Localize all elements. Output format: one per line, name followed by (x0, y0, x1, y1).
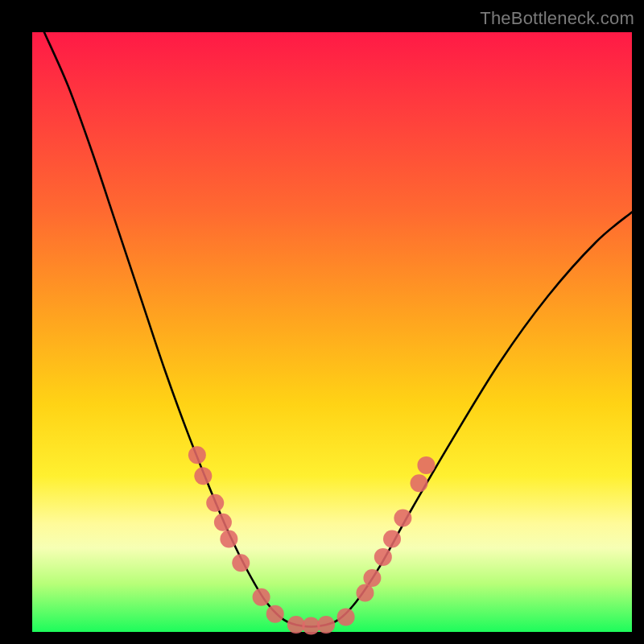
marker-dot (374, 548, 392, 566)
marker-dot (206, 494, 224, 512)
marker-dot (317, 616, 335, 634)
marker-dot (214, 514, 232, 531)
marker-dot (253, 588, 270, 606)
marker-dot (363, 569, 381, 587)
watermark-text: TheBottleneck.com (480, 8, 634, 29)
marker-dot (220, 530, 237, 548)
marker-dot (383, 530, 401, 548)
marker-dot (194, 467, 212, 485)
bottleneck-curve (44, 32, 632, 626)
marker-dot (266, 605, 284, 623)
curve-svg (32, 32, 632, 632)
marker-dot (232, 554, 250, 572)
plot-area (32, 32, 632, 632)
marker-dot (394, 509, 411, 526)
marker-dot (188, 446, 206, 464)
marker-dot (337, 608, 355, 625)
marker-dot (287, 616, 305, 634)
marker-dot (417, 456, 435, 474)
marker-dot (302, 617, 320, 635)
chart-frame: TheBottleneck.com (0, 0, 644, 644)
highlight-dots (188, 446, 436, 634)
marker-dot (411, 474, 428, 492)
